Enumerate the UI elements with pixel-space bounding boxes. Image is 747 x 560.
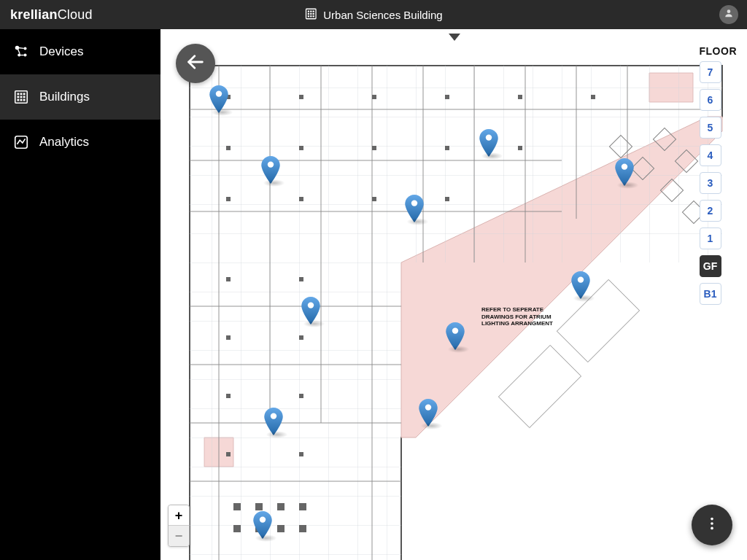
app-logo[interactable]: krellianCloud bbox=[0, 7, 93, 23]
floor-button-5[interactable]: 5 bbox=[700, 117, 721, 139]
svg-point-97 bbox=[411, 200, 417, 206]
svg-line-16 bbox=[18, 48, 23, 49]
floor-selector-label: FLOOR bbox=[700, 45, 738, 57]
floor-plan-map[interactable]: REFER TO SEPERATE DRAWINGS FOR ATRIUM LI… bbox=[160, 29, 747, 560]
buildings-icon bbox=[13, 89, 29, 105]
floor-button-b1[interactable]: B1 bbox=[700, 283, 721, 305]
user-avatar-button[interactable] bbox=[719, 5, 738, 24]
svg-rect-63 bbox=[226, 146, 231, 150]
svg-point-101 bbox=[452, 327, 458, 333]
sidebar-item-label: Devices bbox=[39, 44, 83, 59]
svg-rect-66 bbox=[445, 146, 449, 150]
svg-rect-3 bbox=[313, 10, 314, 12]
floor-button-2[interactable]: 2 bbox=[700, 200, 721, 222]
atrium-note-text: REFER TO SEPERATE DRAWINGS FOR ATRIUM LI… bbox=[481, 306, 569, 327]
floor-button-6[interactable]: 6 bbox=[700, 89, 721, 111]
brand-light: Cloud bbox=[58, 7, 93, 22]
svg-rect-69 bbox=[299, 197, 303, 201]
map-pin[interactable] bbox=[446, 322, 465, 350]
map-pin[interactable] bbox=[264, 408, 283, 435]
svg-rect-79 bbox=[299, 452, 303, 456]
map-pin[interactable] bbox=[479, 129, 498, 157]
svg-rect-5 bbox=[310, 12, 311, 14]
floor-button-4[interactable]: 4 bbox=[700, 144, 721, 166]
more-actions-fab[interactable] bbox=[692, 505, 732, 545]
sidebar-item-label: Buildings bbox=[39, 90, 90, 104]
svg-rect-83 bbox=[299, 503, 306, 510]
header-building-title[interactable]: Urban Sciences Building bbox=[304, 7, 442, 23]
svg-rect-27 bbox=[23, 99, 26, 101]
svg-point-108 bbox=[711, 527, 713, 530]
svg-rect-70 bbox=[372, 197, 376, 201]
back-button[interactable] bbox=[176, 44, 215, 83]
svg-rect-23 bbox=[20, 96, 23, 98]
svg-point-99 bbox=[308, 302, 314, 308]
devices-icon bbox=[13, 44, 29, 60]
svg-point-103 bbox=[425, 404, 431, 410]
svg-rect-78 bbox=[226, 452, 231, 456]
svg-rect-20 bbox=[20, 93, 23, 96]
svg-rect-22 bbox=[18, 96, 20, 98]
zoom-in-button[interactable]: + bbox=[169, 505, 189, 526]
svg-rect-62 bbox=[591, 95, 595, 99]
svg-rect-21 bbox=[23, 93, 26, 96]
map-pin[interactable] bbox=[253, 511, 272, 539]
svg-rect-25 bbox=[18, 99, 20, 101]
svg-point-100 bbox=[578, 276, 584, 282]
map-pin[interactable] bbox=[405, 195, 424, 222]
floor-button-7[interactable]: 7 bbox=[700, 61, 721, 83]
svg-rect-81 bbox=[255, 503, 263, 510]
svg-rect-1 bbox=[308, 10, 309, 12]
svg-marker-29 bbox=[449, 34, 460, 41]
svg-rect-84 bbox=[233, 525, 241, 532]
map-pin[interactable] bbox=[419, 399, 438, 427]
svg-point-94 bbox=[216, 90, 222, 96]
map-pin[interactable] bbox=[571, 271, 590, 299]
svg-point-96 bbox=[486, 134, 492, 140]
svg-rect-72 bbox=[226, 277, 231, 281]
svg-point-107 bbox=[711, 522, 713, 525]
svg-rect-65 bbox=[372, 146, 376, 150]
svg-rect-73 bbox=[299, 277, 303, 281]
zoom-control: + − bbox=[168, 505, 190, 547]
svg-rect-71 bbox=[445, 197, 449, 201]
svg-rect-6 bbox=[313, 12, 314, 14]
user-icon bbox=[724, 8, 734, 21]
map-pin[interactable] bbox=[209, 85, 228, 113]
sidebar-item-devices[interactable]: Devices bbox=[0, 29, 160, 74]
svg-rect-80 bbox=[233, 503, 241, 510]
building-icon bbox=[304, 7, 317, 23]
header-right bbox=[719, 5, 738, 24]
map-pin[interactable] bbox=[301, 297, 320, 324]
svg-rect-60 bbox=[445, 95, 449, 99]
floor-button-3[interactable]: 3 bbox=[700, 172, 721, 194]
svg-rect-24 bbox=[23, 96, 26, 98]
svg-point-14 bbox=[23, 54, 26, 57]
svg-rect-38 bbox=[190, 262, 401, 560]
svg-rect-26 bbox=[20, 99, 23, 101]
svg-point-106 bbox=[711, 518, 713, 521]
analytics-icon bbox=[13, 134, 29, 150]
content-area: REFER TO SEPERATE DRAWINGS FOR ATRIUM LI… bbox=[160, 29, 747, 560]
zoom-out-button[interactable]: − bbox=[169, 526, 189, 546]
floorplan-drawing bbox=[182, 58, 729, 560]
svg-rect-7 bbox=[308, 15, 309, 17]
svg-rect-86 bbox=[277, 525, 285, 532]
svg-rect-64 bbox=[299, 146, 303, 150]
map-pin[interactable] bbox=[615, 158, 634, 186]
svg-rect-87 bbox=[299, 525, 306, 532]
svg-point-12 bbox=[23, 47, 26, 50]
map-pin[interactable] bbox=[261, 156, 280, 184]
sidebar-item-analytics[interactable]: Analytics bbox=[0, 120, 160, 165]
floor-button-gf[interactable]: GF bbox=[700, 255, 721, 277]
sidebar-item-buildings[interactable]: Buildings bbox=[0, 74, 160, 120]
svg-rect-2 bbox=[310, 10, 311, 12]
svg-rect-59 bbox=[372, 95, 376, 99]
svg-rect-67 bbox=[518, 146, 522, 150]
svg-point-98 bbox=[622, 163, 627, 169]
svg-rect-56 bbox=[557, 279, 639, 362]
svg-rect-75 bbox=[299, 335, 303, 340]
more-vertical-icon bbox=[704, 516, 720, 534]
svg-point-95 bbox=[268, 161, 274, 167]
floor-button-1[interactable]: 1 bbox=[700, 228, 721, 249]
